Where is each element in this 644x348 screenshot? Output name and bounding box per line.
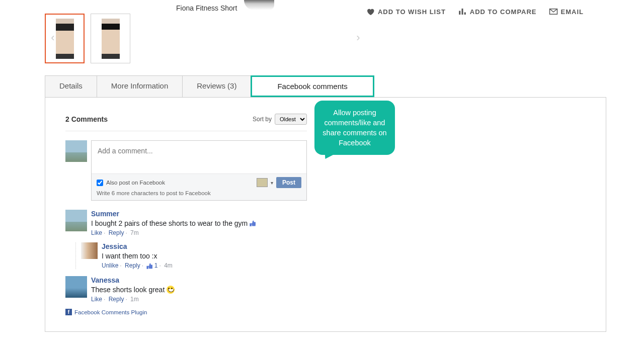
thumb2-image	[102, 19, 120, 59]
tabs-row: Details More Information Reviews (3) Fac…	[45, 75, 606, 97]
facebook-comments-widget: 2 Comments Sort by Oldest	[65, 114, 307, 315]
fb-time: 1m	[130, 296, 139, 303]
fb-like-link[interactable]: Like	[91, 229, 102, 236]
fb-reply-text: I want them too :x	[102, 252, 307, 260]
fb-plugin-link[interactable]: f Facebook Comments Plugin	[65, 309, 307, 315]
fb-comment-text-span: I bought 2 pairs of these shorts to wear…	[91, 219, 248, 227]
fb-privacy-selector[interactable]	[257, 178, 268, 187]
svg-rect-2	[464, 13, 466, 15]
fb-sort: Sort by Oldest	[253, 114, 307, 125]
tab-more-information[interactable]: More Information	[97, 75, 183, 97]
add-to-wishlist-link[interactable]: ADD TO WISH LIST	[366, 7, 446, 16]
tab-reviews[interactable]: Reviews (3)	[182, 75, 251, 97]
facebook-icon: f	[65, 309, 72, 315]
fb-reply-body: Jessica I want them too :x Unlike· Reply…	[102, 242, 307, 269]
fb-compose-box: Also post on Facebook ▾ Post Write 6 mor…	[91, 140, 307, 201]
fb-comment-input[interactable]	[92, 141, 306, 172]
fb-reply-author-link[interactable]: Jessica	[102, 242, 127, 250]
compare-icon	[458, 7, 467, 16]
fb-sort-select[interactable]: Oldest	[275, 114, 307, 125]
fb-plugin-link-text: Facebook Comments Plugin	[74, 309, 147, 315]
email-label: EMAIL	[561, 8, 584, 16]
add-to-compare-link[interactable]: ADD TO COMPARE	[458, 7, 537, 16]
fb-reply-time: 4m	[164, 262, 173, 269]
fb-reply-link[interactable]: Reply	[109, 296, 124, 303]
fb-also-post-text: Also post on Facebook	[106, 180, 165, 186]
fb-comment-body: Vanessa These shorts look great Like· Re…	[91, 276, 307, 303]
fb-comment-body: Summer I bought 2 pairs of these shorts …	[91, 210, 307, 236]
fb-post-hint: Write 6 more characters to post to Faceb…	[97, 190, 301, 196]
tab-details[interactable]: Details	[45, 75, 97, 97]
fb-avatar-summer[interactable]	[65, 210, 87, 231]
fb-also-post-label[interactable]: Also post on Facebook	[97, 180, 165, 186]
fb-reply: Jessica I want them too :x Unlike· Reply…	[81, 242, 307, 269]
thumb-up-icon	[146, 263, 152, 269]
fb-comment-text: These shorts look great	[91, 286, 307, 294]
fb-comment-text-span: These shorts look great	[91, 286, 165, 294]
email-link[interactable]: EMAIL	[549, 7, 584, 16]
fb-compose: Also post on Facebook ▾ Post Write 6 mor…	[65, 140, 307, 201]
fb-reply-reply-link[interactable]: Reply	[125, 262, 140, 269]
fb-comment-meta: Like· Reply· 1m	[91, 296, 307, 303]
thumbnail-prev-button[interactable]: ‹	[48, 30, 58, 45]
fb-reply-link[interactable]: Reply	[109, 229, 124, 236]
callout-annotation: Allow posting comments/like and share co…	[314, 101, 395, 155]
product-action-links: ADD TO WISH LIST ADD TO COMPARE EMAIL	[366, 7, 584, 16]
fb-avatar-jessica[interactable]	[81, 242, 98, 259]
grin-emoji-icon	[167, 286, 175, 294]
fb-author-link[interactable]: Vanessa	[91, 276, 119, 284]
thumb1-image	[56, 19, 74, 59]
fb-comment: Vanessa These shorts look great Like· Re…	[65, 276, 307, 303]
product-title-small: Fiona Fitness Short	[176, 4, 237, 12]
fb-compose-footer: Also post on Facebook ▾ Post Write 6 mor…	[92, 173, 306, 200]
fb-compose-row: Also post on Facebook ▾ Post	[97, 177, 301, 188]
email-icon	[549, 7, 558, 16]
product-overflow-image	[244, 0, 274, 10]
fb-unlike-link[interactable]: Unlike	[102, 262, 118, 269]
thumbnail-2[interactable]	[91, 14, 130, 63]
fb-reply-meta: Unlike· Reply· 1· 4m	[102, 262, 307, 269]
fb-avatar-vanessa[interactable]	[65, 276, 87, 298]
svg-rect-1	[461, 9, 463, 15]
fb-post-button[interactable]: Post	[276, 177, 301, 188]
compare-label: ADD TO COMPARE	[470, 8, 537, 16]
fb-reply-wrap: Jessica I want them too :x Unlike· Reply…	[75, 242, 307, 269]
callout-bubble: Allow posting comments/like and share co…	[314, 101, 395, 155]
fb-comment-text: I bought 2 pairs of these shorts to wear…	[91, 219, 307, 227]
heart-icon	[366, 7, 375, 16]
fb-comment-count: 2 Comments	[65, 115, 108, 123]
wishlist-label: ADD TO WISH LIST	[378, 8, 446, 16]
fb-author-link[interactable]: Summer	[91, 210, 119, 218]
thumbnail-next-button[interactable]: ›	[353, 30, 363, 45]
fb-my-avatar	[65, 140, 87, 162]
fb-also-post-checkbox[interactable]	[97, 180, 103, 186]
tab-facebook-comments[interactable]: Facebook comments	[251, 75, 374, 97]
fb-time: 7m	[130, 229, 139, 236]
fb-privacy-caret[interactable]: ▾	[271, 180, 273, 186]
thumb-up-icon	[250, 220, 256, 226]
svg-rect-0	[459, 11, 460, 15]
fb-reply-like-count: 1	[154, 262, 158, 269]
fb-post-button-group: ▾ Post	[257, 177, 301, 188]
fb-header: 2 Comments Sort by Oldest	[65, 114, 307, 131]
fb-comment-meta: Like· Reply· 7m	[91, 229, 307, 236]
fb-like-link[interactable]: Like	[91, 296, 102, 303]
fb-comment: Summer I bought 2 pairs of these shorts …	[65, 210, 307, 236]
fb-sort-label: Sort by	[253, 116, 272, 123]
